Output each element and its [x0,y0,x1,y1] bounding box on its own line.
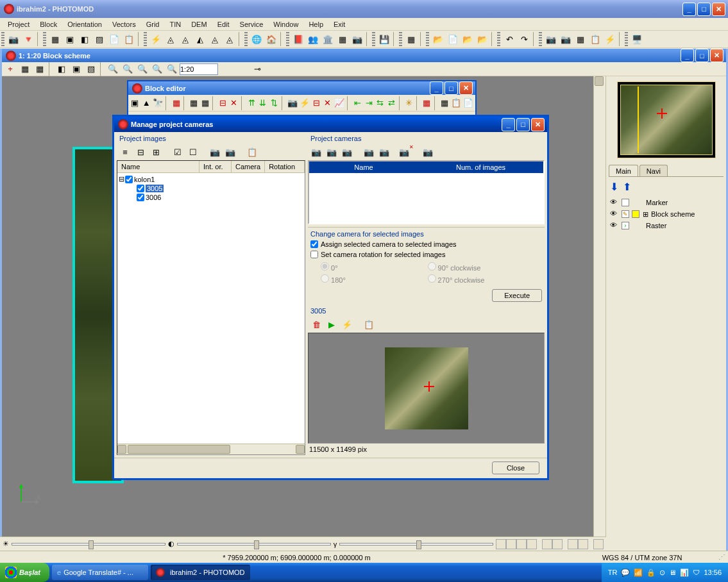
mini-button[interactable] [568,539,578,549]
tool-icon[interactable]: ▦ [335,32,350,46]
bs-maximize-button[interactable]: □ [695,49,709,62]
tool-icon[interactable]: ▦ [199,96,210,110]
tool-icon[interactable]: 📷 [6,32,21,46]
tool-icon[interactable]: ⊟ [311,96,322,110]
camera-delete-icon[interactable]: 📷✕ [399,145,413,159]
minimize-button[interactable]: _ [682,3,696,16]
tool-icon[interactable]: ◧ [55,62,69,76]
tool-icon[interactable]: + [3,62,17,76]
layer-raster[interactable]: 👁 › Raster [610,220,722,231]
start-button[interactable]: Başlat [0,563,49,582]
tab-navi[interactable]: Navi [639,165,668,176]
tool-icon[interactable]: ✕ [323,96,334,110]
menu-window[interactable]: Window [268,19,303,29]
tool-icon[interactable]: 📄 [462,96,474,110]
tool-icon[interactable]: 🏠 [264,32,278,46]
bs-minimize-button[interactable]: _ [681,49,694,62]
camera-icon[interactable]: 📷 [325,145,339,159]
cam-col-name[interactable]: Name [309,162,418,173]
view-tree-icon[interactable]: ⊟ [133,145,148,159]
col-intor[interactable]: Int. or. [199,161,232,172]
tool-icon[interactable]: ⇅ [269,96,280,110]
resize-grip[interactable]: ⋰ [693,553,725,561]
col-name[interactable]: Name [117,161,199,172]
tool-icon[interactable]: ◬ [178,32,192,46]
find-icon[interactable]: 🔭 [152,96,164,110]
camera-icon[interactable]: 📷 [421,145,435,159]
tool-icon[interactable]: 📋 [450,96,462,110]
zoom-in-icon[interactable]: 🔍 [106,62,120,76]
tool-icon[interactable]: 📂 [461,32,475,46]
tool-icon[interactable]: 👥 [306,32,320,46]
eye-icon[interactable]: 👁 [610,221,619,230]
maximize-button[interactable]: □ [697,3,711,16]
tool-icon[interactable]: ▦ [171,96,182,110]
menu-exit[interactable]: Exit [328,19,350,29]
close-button[interactable]: ✕ [712,3,725,16]
tool-icon[interactable]: ▦ [404,32,418,46]
contrast-slider[interactable] [177,543,331,545]
tool-icon[interactable]: ⇥ [364,96,375,110]
menu-help[interactable]: Help [303,19,328,29]
tool-icon[interactable]: ▦ [439,96,450,110]
tool-icon[interactable]: ⇊ [258,96,269,110]
view-detail-icon[interactable]: ⊞ [149,145,163,159]
task-item-browser[interactable]: e Google Translate# - ... [52,565,148,580]
tool-icon[interactable]: ▨ [92,32,106,46]
tool-icon[interactable]: 🔻 [21,32,35,46]
tool-icon[interactable]: ⇆ [375,96,385,110]
tree-checkbox[interactable] [137,194,144,201]
tool-icon[interactable]: ▦ [189,96,199,110]
camera-icon[interactable]: 📷 [340,145,354,159]
tool-icon[interactable]: ⚡ [299,96,310,110]
clock[interactable]: 13:56 [704,569,722,576]
tool-icon[interactable]: ▦ [33,62,47,76]
layer-block-scheme[interactable]: 👁 ✎ ⊞ Block scheme [610,208,722,220]
close-button[interactable]: Close [492,461,539,474]
tool-icon[interactable]: 📷 [223,145,237,159]
tool-icon[interactable]: ▲ [141,96,152,110]
gamma-slider[interactable] [339,543,493,545]
undo-icon[interactable]: ↶ [502,32,516,46]
tray-icon[interactable]: 💬 [621,569,630,577]
col-rotation[interactable]: Rotation [265,161,305,172]
tool-icon[interactable]: 📄 [107,32,121,46]
tool-icon[interactable]: ▧ [84,62,98,76]
tray-icon[interactable]: 🛡 [693,569,700,576]
eye-icon[interactable]: 👁 [610,210,619,219]
tool-icon[interactable]: ⚡ [603,32,617,46]
zoom-icon[interactable]: 🔍 [165,62,179,76]
tree-row-kolon[interactable]: ⊟ kolon1 [119,174,303,184]
layer-marker[interactable]: 👁 Marker [610,197,722,208]
menu-dem[interactable]: DEM [186,19,212,29]
tool-icon[interactable]: 💾 [377,32,391,46]
tree-row-3005[interactable]: 3005 [119,184,303,193]
tool-icon[interactable]: 📂 [431,32,445,46]
tab-main[interactable]: Main [609,165,638,176]
tool-icon[interactable]: ⚡ [340,317,354,331]
tool-icon[interactable]: 📂 [475,32,489,46]
be-minimize-button[interactable]: _ [430,81,443,95]
tree-checkbox[interactable] [137,185,144,192]
tool-icon[interactable]: 📋 [362,317,376,331]
mini-button[interactable] [542,539,552,549]
menu-edit[interactable]: Edit [212,19,235,29]
zoom-fit-icon[interactable]: 🔍 [135,62,149,76]
tray-icon[interactable]: 🔒 [647,569,656,577]
menu-vectors[interactable]: Vectors [107,19,141,29]
bs-close-button[interactable]: ✕ [710,49,724,62]
arrow-up-icon[interactable]: ⬆ [623,181,631,192]
tool-icon[interactable]: ✳ [404,96,415,110]
setrot-checkbox-row[interactable]: Set camera rotation for selected images [308,249,545,260]
cam-col-num[interactable]: Num. of images [418,162,543,173]
tool-icon[interactable]: ▦ [48,32,62,46]
menu-service[interactable]: Service [235,19,269,29]
tray-icon[interactable]: ⊙ [659,569,665,577]
tool-icon[interactable]: ⊸ [250,62,264,76]
tool-icon[interactable]: ◬ [223,32,237,46]
uncheck-icon[interactable]: ☐ [186,145,200,159]
tray-icon[interactable]: 📊 [680,569,689,577]
tool-icon[interactable]: ⊟ [217,96,228,110]
tool-icon[interactable]: ⇤ [352,96,363,110]
menu-project[interactable]: Project [3,19,35,29]
